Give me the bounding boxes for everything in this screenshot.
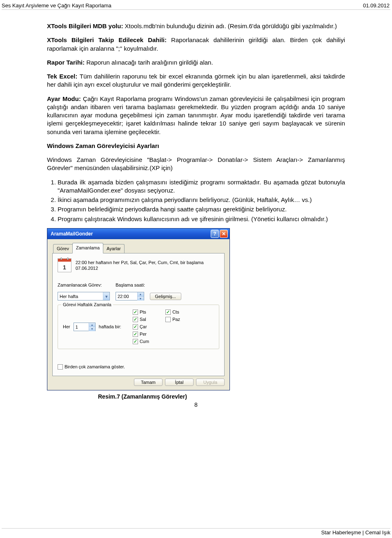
day-label-cts: Cts bbox=[172, 309, 179, 315]
multi-schedule-label: Birden çok zamanlama göster. bbox=[65, 364, 125, 370]
dialog-title: AramaMailGonder bbox=[51, 231, 210, 237]
day-label-car: Çar bbox=[140, 324, 147, 330]
text-ayar: Çağrı Kayıt Raporlama programı Windows'u… bbox=[47, 95, 345, 135]
schedule-summary-text: 22:00 her haftanın her Pzt, Sal, Çar, Pe… bbox=[76, 258, 219, 272]
label-ayar: Ayar Modu: bbox=[47, 95, 83, 102]
chevron-down-icon: ▾ bbox=[103, 292, 109, 300]
scheduler-dialog: AramaMailGonder ? ✕ Görev Zamanlama Ayar… bbox=[47, 228, 230, 390]
days-col-1: Pts Sal Çar Per Cum bbox=[133, 309, 149, 344]
para-tarih: Rapor Tarihi: Raporun alınacağı tarih ar… bbox=[47, 58, 345, 67]
checkbox-sal[interactable]: Sal bbox=[133, 316, 149, 323]
para-menu-path: Windows Zaman Görevleyicisine "Başlat-> … bbox=[47, 156, 345, 173]
chevron-up-icon[interactable]: ▲ bbox=[137, 292, 144, 296]
chevron-down-icon[interactable]: ▼ bbox=[137, 297, 144, 300]
chevron-down-icon[interactable]: ▼ bbox=[89, 327, 95, 331]
header-left: Ses Kayıt Arşivleme ve Çağrı Kayıt Rapor… bbox=[2, 2, 111, 9]
checkbox-empty-icon bbox=[58, 364, 63, 370]
label-mdb: XTools Bilgileri MDB yolu: bbox=[47, 22, 125, 29]
close-button[interactable]: ✕ bbox=[220, 230, 228, 238]
step-4: Programı çalıştıracak Windows kullanıcıs… bbox=[58, 215, 345, 223]
check-icon bbox=[133, 332, 138, 337]
label-every: Her bbox=[63, 324, 70, 330]
schedule-summary: 1 22:00 her haftanın her Pzt, Sal, Çar, … bbox=[58, 258, 219, 272]
checkbox-cum[interactable]: Cum bbox=[133, 338, 149, 345]
page-footer: Star Haberleşme | Cemal Işık bbox=[2, 528, 390, 536]
day-label-sal: Sal bbox=[140, 316, 146, 323]
check-icon bbox=[165, 309, 171, 315]
advanced-button[interactable]: Gelişmiş... bbox=[150, 293, 181, 300]
fieldset-legend: Görevi Haftalık Zamanla bbox=[61, 302, 113, 308]
steps-list: Burada ilk aşamada bizden çalışmasını is… bbox=[47, 178, 345, 223]
document-content: XTools Bilgileri MDB yolu: Xtools.mdb'ni… bbox=[0, 10, 392, 409]
cancel-button[interactable]: İptal bbox=[165, 379, 194, 386]
checkbox-per[interactable]: Per bbox=[133, 331, 149, 337]
start-time-spinner[interactable]: 22:00 ▲▼ bbox=[116, 292, 144, 300]
footer-text: Star Haberleşme | Cemal Işık bbox=[321, 529, 390, 536]
day-label-cum: Cum bbox=[140, 338, 149, 345]
text-tarih: Raporun alınacağı tarih aralığının giril… bbox=[86, 59, 213, 66]
start-time-value: 22:00 bbox=[116, 292, 137, 300]
apply-button[interactable]: Uygula bbox=[196, 379, 225, 386]
para-mdb: XTools Bilgileri MDB yolu: Xtools.mdb'ni… bbox=[47, 22, 345, 30]
checkbox-pzt[interactable]: Pts bbox=[133, 309, 149, 315]
check-icon bbox=[133, 324, 138, 330]
label-task: Zamanlanacak Görev: bbox=[58, 282, 110, 288]
checkbox-car[interactable]: Çar bbox=[133, 324, 149, 330]
day-label-per: Per bbox=[140, 331, 147, 337]
weekly-fieldset: Görevi Haftalık Zamanla Her 1 ▲▼ haftada… bbox=[58, 305, 219, 349]
label-excel: Tek Excel: bbox=[47, 73, 80, 80]
calendar-icon: 1 bbox=[58, 258, 71, 272]
label-start: Başlama saati: bbox=[116, 282, 145, 288]
day-label-pzt: Pts bbox=[140, 309, 146, 315]
header-right: 01.09.2012 bbox=[363, 2, 390, 9]
week-count-spinner[interactable]: 1 ▲▼ bbox=[74, 323, 96, 331]
para-ayar: Ayar Modu: Çağrı Kayıt Raporlama program… bbox=[47, 95, 345, 136]
dialog-button-row: Tamam İptal Uygula bbox=[52, 376, 225, 386]
ok-button[interactable]: Tamam bbox=[134, 379, 163, 386]
check-icon bbox=[133, 317, 138, 322]
text-excel: Tüm dahililerin raporunu tek bir excel e… bbox=[47, 73, 345, 88]
step-3: Programın belirlediğimiz periyodlarda ha… bbox=[58, 205, 345, 213]
heading-scheduler: Windows Zaman Görevleyicisi Ayarları bbox=[47, 142, 345, 150]
days-grid: Pts Sal Çar Per Cum Cts Paz bbox=[133, 309, 180, 344]
chevron-up-icon[interactable]: ▲ bbox=[89, 323, 95, 327]
checkbox-empty-icon bbox=[165, 317, 171, 322]
day-label-paz: Paz bbox=[172, 316, 180, 323]
checkbox-multi-schedule[interactable]: Birden çok zamanlama göster. bbox=[58, 364, 219, 370]
label-dahili: XTools Bilgileri Takip Edilecek Dahili: bbox=[47, 36, 171, 43]
text-mdb: Xtools.mdb'nin bulunduğu dizinin adı. (R… bbox=[125, 22, 337, 29]
check-icon bbox=[133, 309, 138, 315]
help-button[interactable]: ? bbox=[211, 230, 219, 238]
page-number: 8 bbox=[47, 401, 345, 409]
tab-schedule[interactable]: Zamanlama bbox=[72, 243, 103, 253]
check-icon bbox=[133, 339, 138, 344]
row-controls: Her hafta ▾ 22:00 ▲▼ Gelişmiş... bbox=[58, 292, 219, 300]
step-1: Burada ilk aşamada bizden çalışmasını is… bbox=[58, 178, 345, 195]
tab-strip: Görev Zamanlama Ayarlar bbox=[52, 242, 225, 253]
tab-settings[interactable]: Ayarlar bbox=[103, 244, 125, 253]
row-labels: Zamanlanacak Görev: Başlama saati: bbox=[58, 282, 219, 288]
checkbox-cts[interactable]: Cts bbox=[165, 309, 180, 315]
label-tarih: Rapor Tarihi: bbox=[47, 59, 86, 66]
figure-caption: Resim.7 (Zamanlanmış Görevler) bbox=[98, 393, 345, 401]
label-weeks: haftada bir: bbox=[99, 324, 121, 330]
days-col-2: Cts Paz bbox=[165, 309, 180, 344]
step-2: İkinci aşamada programımızın çalışma per… bbox=[58, 196, 345, 204]
week-row: Her 1 ▲▼ haftada bir: Pts Sal Çar Per bbox=[63, 309, 214, 344]
para-excel: Tek Excel: Tüm dahililerin raporunu tek … bbox=[47, 72, 345, 89]
task-frequency-value: Her hafta bbox=[60, 294, 103, 300]
checkbox-paz[interactable]: Paz bbox=[165, 316, 180, 323]
dialog-titlebar[interactable]: AramaMailGonder ? ✕ bbox=[47, 229, 229, 239]
dialog-body: Görev Zamanlama Ayarlar 1 22:00 her haft… bbox=[47, 239, 229, 390]
tab-panel-schedule: 1 22:00 her haftanın her Pzt, Sal, Çar, … bbox=[52, 253, 225, 376]
task-frequency-select[interactable]: Her hafta ▾ bbox=[58, 292, 110, 300]
page-header: Ses Kayıt Arşivleme ve Çağrı Kayıt Rapor… bbox=[0, 0, 392, 9]
para-dahili: XTools Bilgileri Takip Edilecek Dahili: … bbox=[47, 36, 345, 53]
week-count-value: 1 bbox=[74, 323, 89, 331]
tab-task[interactable]: Görev bbox=[53, 244, 73, 253]
